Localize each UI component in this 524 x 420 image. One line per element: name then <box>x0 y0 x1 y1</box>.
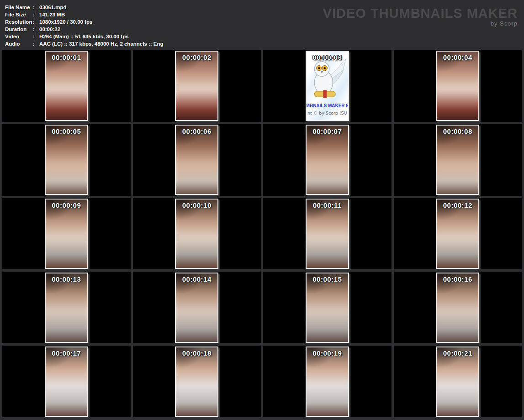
vtm-logo: VIDEO THUMBNAILS MAKER by Scorp <box>323 6 518 27</box>
video-frame-thumbnail: 00:00:14 <box>175 273 218 343</box>
meta-value: 03061.mp4 <box>39 4 66 11</box>
timestamp-overlay: 00:00:16 <box>437 275 478 283</box>
owl-icon <box>307 57 347 103</box>
frame-vignette <box>176 200 217 268</box>
frame-vignette <box>307 347 348 416</box>
video-frame-thumbnail: 00:00:05 <box>45 125 88 195</box>
frame-vignette <box>46 347 87 416</box>
video-frame-thumbnail: 00:00:21 <box>436 346 479 417</box>
timestamp-overlay: 00:00:03 <box>307 53 348 61</box>
thumbnail-cell: 00:00:10 <box>133 198 261 270</box>
frame-vignette <box>176 52 217 120</box>
vtm-contact-sheet: File Name : 03061.mp4 File Size : 141.23… <box>0 0 524 420</box>
frame-vignette <box>307 200 348 268</box>
thumbnail-cell: 00:00:08 <box>394 124 522 196</box>
video-frame-thumbnail: 00:00:07 <box>306 125 349 195</box>
frame-vignette <box>437 126 478 194</box>
video-frame-thumbnail: 00:00:11 <box>306 199 349 269</box>
meta-label: Video <box>5 33 33 40</box>
meta-value: 00:00:22 <box>39 26 60 33</box>
video-frame-thumbnail: 00:00:04 <box>436 51 479 121</box>
frame-vignette <box>46 52 87 120</box>
meta-colon: : <box>33 18 39 26</box>
video-frame-thumbnail: 00:00:13 <box>45 273 88 343</box>
meta-value: AAC (LC) :: 317 kbps, 48000 Hz, 2 channe… <box>39 40 164 47</box>
video-frame-thumbnail: 00:00:01 <box>45 51 88 121</box>
logo-subtitle: by Scorp <box>323 21 518 27</box>
meta-label: File Size <box>5 11 33 18</box>
thumbnail-cell: 00:00:12 <box>394 198 522 270</box>
video-frame-thumbnail: 00:00:19 <box>306 346 349 417</box>
thumbnail-cell: 00:00:17 <box>2 346 131 417</box>
timestamp-overlay: 00:00:11 <box>307 201 348 209</box>
meta-colon: : <box>33 4 39 11</box>
video-frame-thumbnail: 00:00:06 <box>175 125 218 195</box>
header: File Name : 03061.mp4 File Size : 141.23… <box>0 0 524 49</box>
meta-label: Audio <box>5 40 33 47</box>
timestamp-overlay: 00:00:02 <box>176 53 217 61</box>
thumbnail-grid: 00:00:01 00:00:02 <box>0 49 524 420</box>
timestamp-overlay: 00:00:09 <box>46 201 87 209</box>
timestamp-overlay: 00:00:06 <box>176 127 217 135</box>
watermark-frame: MBNAILS MAKER 8 nt © by Scorp (SU 00:00:… <box>306 51 349 121</box>
timestamp-overlay: 00:00:01 <box>46 53 87 61</box>
watermark-copyright: nt © by Scorp (SU <box>307 110 347 116</box>
meta-label: Resolution <box>5 18 33 26</box>
timestamp-overlay: 00:00:15 <box>307 275 348 283</box>
frame-vignette <box>46 126 87 194</box>
video-frame-thumbnail: 00:00:09 <box>45 199 88 269</box>
meta-colon: : <box>33 40 39 47</box>
timestamp-overlay: 00:00:19 <box>307 349 348 357</box>
meta-label: File Name <box>5 4 33 11</box>
thumbnail-cell: MBNAILS MAKER 8 nt © by Scorp (SU 00:00:… <box>263 50 392 122</box>
frame-vignette <box>176 126 217 194</box>
meta-colon: : <box>33 26 39 33</box>
thumbnail-cell: 00:00:09 <box>2 198 131 270</box>
meta-colon: : <box>33 11 39 18</box>
thumbnail-cell: 00:00:07 <box>263 124 392 196</box>
watermark-title: MBNAILS MAKER 8 <box>306 103 349 108</box>
frame-vignette <box>437 273 478 342</box>
thumbnail-cell: 00:00:14 <box>133 272 261 343</box>
thumbnail-cell: 00:00:01 <box>2 50 131 122</box>
thumbnail-cell: 00:00:18 <box>133 346 261 417</box>
frame-vignette <box>46 200 87 268</box>
thumbnail-cell: 00:00:11 <box>263 198 392 270</box>
frame-vignette <box>437 200 478 268</box>
video-frame-thumbnail: 00:00:18 <box>175 346 218 417</box>
timestamp-overlay: 00:00:05 <box>46 127 87 135</box>
logo-title: VIDEO THUMBNAILS MAKER <box>323 6 518 20</box>
meta-row-audio: Audio : AAC (LC) :: 317 kbps, 48000 Hz, … <box>5 40 519 47</box>
timestamp-overlay: 00:00:18 <box>176 349 217 357</box>
thumbnail-cell: 00:00:15 <box>263 272 392 343</box>
thumbnail-cell: 00:00:13 <box>2 272 131 343</box>
timestamp-overlay: 00:00:17 <box>46 349 87 357</box>
video-frame-thumbnail: 00:00:02 <box>175 51 218 121</box>
thumbnail-cell: 00:00:04 <box>394 50 522 122</box>
frame-vignette <box>437 347 478 416</box>
frame-vignette <box>437 52 478 120</box>
video-frame-thumbnail: 00:00:08 <box>436 125 479 195</box>
frame-vignette <box>307 126 348 194</box>
video-frame-thumbnail: 00:00:15 <box>306 273 349 343</box>
video-frame-thumbnail: 00:00:16 <box>436 273 479 343</box>
meta-colon: : <box>33 33 39 40</box>
timestamp-overlay: 00:00:14 <box>176 275 217 283</box>
meta-row-video: Video : H264 (Main) :: 51 635 kb/s, 30.0… <box>5 33 519 40</box>
timestamp-overlay: 00:00:12 <box>437 201 478 209</box>
meta-label: Duration <box>5 26 33 33</box>
meta-value: 1080x1920 / 30.00 fps <box>39 18 92 26</box>
video-frame-thumbnail: 00:00:10 <box>175 199 218 269</box>
video-frame-thumbnail: 00:00:12 <box>436 199 479 269</box>
frame-vignette <box>46 273 87 342</box>
thumbnail-cell: 00:00:05 <box>2 124 131 196</box>
meta-value: 141.23 MB <box>39 11 65 18</box>
timestamp-overlay: 00:00:04 <box>437 53 478 61</box>
timestamp-overlay: 00:00:08 <box>437 127 478 135</box>
timestamp-overlay: 00:00:21 <box>437 349 478 357</box>
timestamp-overlay: 00:00:10 <box>176 201 217 209</box>
meta-value: H264 (Main) :: 51 635 kb/s, 30.00 fps <box>39 33 129 40</box>
timestamp-overlay: 00:00:07 <box>307 127 348 135</box>
thumbnail-cell: 00:00:19 <box>263 346 392 417</box>
timestamp-overlay: 00:00:13 <box>46 275 87 283</box>
